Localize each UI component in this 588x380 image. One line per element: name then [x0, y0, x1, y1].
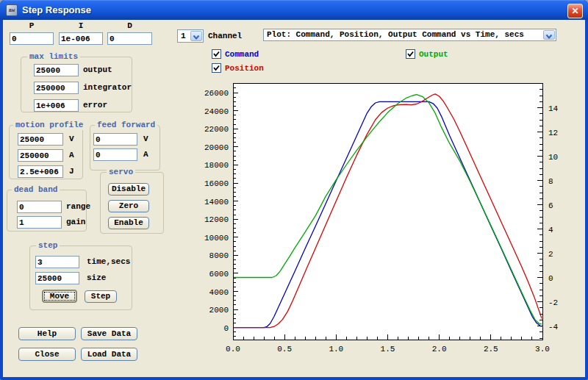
- position-checkbox-label: Position: [225, 64, 264, 74]
- checkmark-icon: [406, 50, 415, 58]
- checkmark-icon: [212, 50, 220, 58]
- deadband-range-field[interactable]: [17, 201, 62, 213]
- motion-profile-title: motion profile: [13, 121, 85, 130]
- max-integrator-label: integrator: [83, 83, 132, 93]
- deadband-gain-label: gain: [66, 218, 85, 227]
- profile-accel-field[interactable]: [18, 149, 63, 162]
- dead-band-title: dead band: [12, 185, 60, 195]
- max-limits-group: max limits output integrator error: [21, 57, 132, 112]
- save-data-button[interactable]: Save Data: [81, 327, 137, 340]
- profile-jerk-field[interactable]: [18, 165, 63, 178]
- profile-velocity-field[interactable]: [18, 133, 63, 146]
- channel-dropdown-button[interactable]: [190, 31, 202, 41]
- i-label: I: [59, 21, 103, 31]
- plot-mode-value: Plot: Command, Position, Output Command …: [267, 30, 524, 39]
- servo-group: servo Disable Zero Enable: [100, 172, 164, 234]
- checkmark-icon: [212, 64, 220, 72]
- deadband-gain-field[interactable]: [17, 216, 62, 229]
- servo-disable-button[interactable]: Disable: [108, 183, 149, 196]
- profile-jerk-label: J: [69, 167, 74, 176]
- app-icon: aw: [6, 4, 18, 16]
- move-button[interactable]: Move: [42, 290, 77, 303]
- window-title: Step Response: [22, 4, 91, 15]
- servo-zero-button[interactable]: Zero: [108, 200, 149, 212]
- dead-band-group: dead band range gain: [7, 190, 87, 232]
- step-size-label: size: [87, 273, 106, 283]
- p-label: P: [10, 21, 54, 31]
- profile-velocity-label: V: [69, 135, 74, 144]
- servo-title: servo: [107, 168, 135, 177]
- channel-label: Channel: [208, 32, 242, 41]
- feed-forward-title: feed forward: [95, 121, 157, 130]
- command-checkbox[interactable]: [212, 49, 221, 59]
- load-data-button[interactable]: Load Data: [81, 348, 137, 361]
- step-size-field[interactable]: [35, 272, 79, 284]
- plot-mode-select[interactable]: Plot: Command, Position, Output Command …: [263, 29, 556, 41]
- motion-profile-group: motion profile V A J: [9, 125, 83, 179]
- channel-value: 1: [181, 32, 186, 40]
- close-window-button[interactable]: ✕: [567, 4, 583, 18]
- profile-accel-label: A: [69, 151, 74, 160]
- step-response-window: aw Step Response ✕ P I D 1 Channel Plot:…: [0, 0, 588, 380]
- output-checkbox-label: Output: [419, 50, 448, 60]
- close-icon: ✕: [571, 6, 578, 16]
- step-title: step: [36, 241, 60, 251]
- max-error-label: error: [83, 101, 107, 110]
- deadband-range-label: range: [66, 202, 90, 212]
- i-gain-field[interactable]: [59, 32, 103, 45]
- servo-enable-button[interactable]: Enable: [108, 217, 149, 229]
- step-group: step time,secs size Move Step: [29, 245, 132, 310]
- ff-velocity-label: V: [143, 135, 148, 144]
- feed-forward-group: feed forward V A: [90, 125, 160, 171]
- chevron-down-icon: [545, 34, 553, 40]
- max-error-field[interactable]: [34, 99, 79, 112]
- step-button[interactable]: Step: [85, 290, 117, 303]
- close-button[interactable]: Close: [18, 348, 76, 361]
- d-gain-field[interactable]: [107, 32, 152, 45]
- step-time-field[interactable]: [35, 256, 79, 268]
- step-time-label: time,secs: [87, 257, 130, 267]
- command-checkbox-label: Command: [225, 50, 259, 60]
- output-checkbox[interactable]: [406, 49, 415, 59]
- position-checkbox[interactable]: [212, 63, 221, 73]
- plot-dropdown-button[interactable]: [543, 30, 555, 40]
- max-output-field[interactable]: [34, 64, 79, 76]
- ff-velocity-field[interactable]: [93, 133, 137, 146]
- channel-select[interactable]: 1: [177, 29, 204, 43]
- help-button[interactable]: Help: [18, 327, 76, 340]
- max-output-label: output: [83, 65, 112, 75]
- d-label: D: [107, 21, 152, 31]
- max-limits-title: max limits: [27, 52, 80, 62]
- ff-accel-field[interactable]: [93, 148, 137, 161]
- titlebar[interactable]: aw Step Response ✕: [0, 0, 588, 20]
- max-integrator-field[interactable]: [34, 82, 79, 94]
- p-gain-field[interactable]: [10, 32, 54, 45]
- chevron-down-icon: [193, 35, 200, 40]
- ff-accel-label: A: [143, 150, 148, 159]
